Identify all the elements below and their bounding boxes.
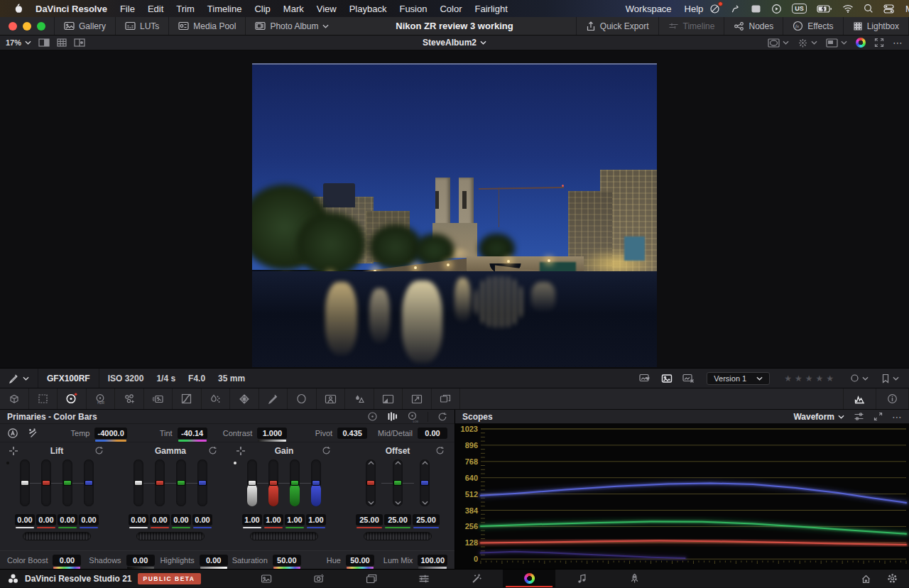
page-mix-tab[interactable] [398,570,450,587]
menu-item-mark[interactable]: Mark [277,4,310,14]
menu-item-help[interactable]: Help [678,4,710,14]
offset-reset-icon[interactable] [435,446,445,455]
menu-item-clip[interactable]: Clip [248,4,276,14]
gamma-blue-value[interactable]: 0.00 [192,514,212,526]
scope-more-icon[interactable]: ⋯ [892,411,902,423]
page-fusion-tab[interactable] [450,570,503,587]
gain-master-value[interactable]: 1.00 [242,514,262,526]
input-source-icon[interactable]: US [792,4,807,13]
mid-detail-value[interactable]: 0.00 [418,428,447,439]
gain-blue-value[interactable]: 1.00 [306,514,326,526]
clip-image-paris-notre-dame[interactable] [252,63,657,367]
grade-enhance-icon[interactable] [856,38,866,48]
hue-value[interactable]: 50.00 [346,555,374,566]
scope-settings-icon[interactable] [854,412,864,421]
lift-master-value[interactable]: 0.00 [15,514,35,526]
media-pool-button[interactable]: Media Pool [168,17,245,35]
gain-green-value[interactable]: 1.00 [285,514,305,526]
color-wheels-icon[interactable] [58,388,87,409]
nodes-button[interactable]: Nodes [724,17,783,35]
still-favorite-icon[interactable] [634,374,656,383]
enhanced-viewer-icon[interactable] [38,38,50,47]
page-edit-tab[interactable] [345,570,398,587]
lift-green-value[interactable]: 0.00 [58,514,77,526]
lift-blue-slider[interactable] [84,459,94,506]
temp-value[interactable]: -4000.0 [94,428,126,439]
key-palette-icon[interactable] [374,388,403,409]
project-settings-gear-icon[interactable] [887,573,898,584]
close-window-button[interactable] [9,22,17,31]
quick-export-button[interactable]: Quick Export [576,17,658,35]
gamma-master-slider[interactable] [134,459,143,506]
gain-blue-slider[interactable] [311,459,321,506]
log-mode-icon[interactable]: LOG [407,411,418,423]
display-menu-icon[interactable] [751,4,761,13]
menu-item-playback[interactable]: Playback [343,4,393,14]
offset-blue-value[interactable]: 25.00 [413,514,440,526]
gamma-master-value[interactable]: 0.00 [129,514,148,526]
menu-item-view[interactable]: View [310,4,343,14]
lift-scroll-wheel[interactable] [23,532,91,540]
hdr-palette-icon[interactable]: HDR [87,388,116,409]
tracker-dropdown[interactable] [798,38,817,48]
expand-viewer-icon[interactable] [874,38,884,48]
menu-item-fairlight[interactable]: Fairlight [469,4,514,14]
saturation-value[interactable]: 50.00 [273,555,301,566]
notification-status-icon[interactable] [709,4,720,14]
gamma-red-value[interactable]: 0.00 [150,514,170,526]
luts-button[interactable]: LUTs [115,17,168,35]
highlights-value[interactable]: 0.00 [200,555,228,566]
bookmark-dropdown[interactable] [875,374,909,383]
lift-green-slider[interactable] [62,459,72,506]
gallery-button[interactable]: Gallery [54,17,115,35]
menu-clock[interactable]: Mon Apr 13 9:33 PM [904,4,909,14]
tint-value[interactable]: -40.14 [178,428,207,439]
gamma-blue-slider[interactable] [197,459,207,506]
qualifier-icon[interactable] [259,388,288,409]
lift-black-point-picker-icon[interactable] [9,446,18,456]
color-match-icon[interactable] [115,388,144,409]
pivot-value[interactable]: 0.435 [337,428,367,439]
menu-item-color[interactable]: Color [433,4,468,14]
color-boost-value[interactable]: 0.00 [53,555,81,566]
flag-dropdown[interactable] [844,374,875,383]
offset-green-value[interactable]: 25.00 [384,514,411,526]
gamma-reset-icon[interactable] [208,446,217,455]
lift-red-value[interactable]: 0.00 [36,514,56,526]
stereo-3d-icon[interactable] [432,388,461,409]
gamma-green-slider[interactable] [176,459,186,506]
menu-item-edit[interactable]: Edit [141,4,170,14]
lift-red-slider[interactable] [41,459,51,506]
lift-blue-value[interactable]: 0.00 [79,514,99,526]
bars-mode-icon[interactable] [387,411,398,422]
split-screen-icon[interactable] [74,38,85,47]
menu-item-file[interactable]: File [114,4,141,14]
viewer-zoom-select[interactable]: 17% [6,38,38,47]
gain-white-point-picker-icon[interactable] [236,446,246,456]
viewer-more-icon[interactable]: ⋯ [893,37,903,48]
gain-master-slider[interactable] [247,459,257,506]
offset-red-slider[interactable] [366,459,376,506]
curves-icon[interactable] [173,388,202,409]
page-media-tab[interactable] [240,570,293,587]
page-cut-tab[interactable] [293,570,345,587]
page-deliver-tab[interactable] [608,570,660,587]
sizing-output-icon[interactable] [403,388,432,409]
pip-wipe-dropdown[interactable] [826,38,847,48]
auto-balance-icon[interactable] [7,428,18,439]
spotlight-search-icon[interactable] [864,4,873,13]
offset-scroll-wheel[interactable] [364,532,432,540]
gain-green-slider[interactable] [290,459,300,506]
info-icon[interactable] [876,388,909,409]
menu-item-timeline[interactable]: Timeline [201,4,249,14]
grab-still-dropdown[interactable] [0,369,38,388]
magic-mask-icon[interactable] [317,388,346,409]
gamma-red-slider[interactable] [155,459,165,506]
star-rating[interactable]: ★★★★★ [777,374,844,383]
timeline-album-select[interactable]: SteveAlbum2 [423,38,486,48]
menu-item-app[interactable]: DaVinci Resolve [29,4,114,14]
primaries-reset-icon[interactable] [437,412,447,422]
page-fairlight-tab[interactable] [555,570,608,587]
wheels-mode-icon[interactable] [367,411,378,422]
menu-item-fusion[interactable]: Fusion [393,4,433,14]
